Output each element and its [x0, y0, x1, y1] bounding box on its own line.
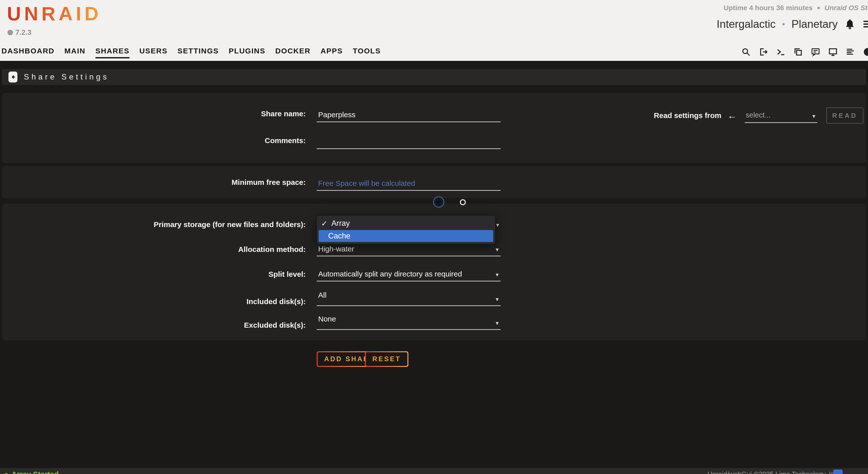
version-badge: 7.2.3 — [7, 28, 32, 36]
log-icon[interactable] — [846, 47, 855, 57]
remote-display-icon[interactable] — [828, 47, 838, 57]
footer: ● Array Started Unraid/webGui ©2025 Lime… — [0, 468, 868, 474]
checkmark-icon: ✓ — [321, 219, 328, 228]
search-icon[interactable] — [741, 47, 751, 57]
dropdown-arrow-icon: ▼ — [811, 114, 816, 119]
move-cursor-icon — [433, 196, 444, 208]
read-settings-group: Read settings from ← select... ▼ READ — [654, 107, 864, 124]
read-settings-label: Read settings from — [654, 111, 721, 120]
split-level-value: Automatically split any directory as req… — [318, 269, 462, 279]
array-status-text: Array Started — [11, 470, 59, 474]
included-disks-label: Included disk(s): — [2, 297, 306, 307]
dropdown-arrow-icon: ▼ — [495, 297, 500, 302]
split-level-select[interactable]: Automatically split any directory as req… — [317, 267, 501, 281]
nav-docker[interactable]: DOCKER — [275, 47, 310, 57]
dropdown-arrow-icon: ▼ — [495, 321, 500, 326]
dropdown-option-cache-label: Cache — [328, 232, 350, 240]
nav-main[interactable]: MAIN — [64, 47, 86, 57]
min-free-space-placeholder: Free Space will be calculated — [318, 178, 415, 188]
dropdown-option-array[interactable]: ✓ Array — [317, 217, 495, 230]
feedback-icon[interactable] — [811, 47, 820, 57]
array-status: ● Array Started — [4, 470, 59, 474]
notifications-bell-icon[interactable] — [844, 19, 856, 30]
reset-button-label: RESET — [366, 352, 407, 366]
logout-icon[interactable] — [758, 47, 768, 57]
allocation-method-label: Allocation method: — [2, 244, 306, 255]
page-title: Share Settings — [24, 72, 109, 81]
min-free-space-input[interactable]: Free Space will be calculated — [317, 176, 501, 191]
primary-storage-label: Primary storage (for new files and folde… — [2, 219, 306, 230]
excluded-disks-label: Excluded disk(s): — [2, 320, 306, 330]
os-edition: Unraid OS Starter — [825, 4, 868, 12]
comments-input[interactable] — [317, 134, 501, 149]
comments-label: Comments: — [2, 136, 306, 145]
version-dot-icon — [7, 30, 13, 35]
copy-icon[interactable] — [794, 47, 803, 57]
nav-dashboard[interactable]: DASHBOARD — [1, 47, 55, 57]
terminal-icon[interactable] — [776, 47, 785, 57]
primary-storage-dropdown-arrow-icon[interactable]: ▼ — [495, 223, 500, 228]
page-title-bar: Share Settings — [2, 69, 866, 85]
header: UNRAID 7.2.3 Uptime 4 hours 36 minutes •… — [0, 0, 868, 61]
nav-apps[interactable]: APPS — [320, 47, 343, 57]
reset-button[interactable]: RESET — [365, 351, 408, 367]
read-button[interactable]: READ — [826, 107, 864, 124]
server-identity: Intergalactic • Planetary — [717, 18, 868, 30]
share-name-label: Share name: — [2, 109, 306, 119]
primary-storage-dropdown-menu: ✓ Array Cache — [316, 215, 496, 244]
split-level-label: Split level: — [2, 269, 306, 279]
server-separator: • — [782, 20, 785, 29]
nav-shares[interactable]: SHARES — [95, 47, 129, 58]
menu-hamburger-icon[interactable] — [862, 19, 868, 30]
excluded-disks-value: None — [318, 314, 336, 324]
footer-chip[interactable] — [833, 470, 843, 474]
read-settings-select[interactable]: select... ▼ — [745, 108, 817, 123]
nav-tools[interactable]: TOOLS — [353, 47, 381, 57]
main-nav: DASHBOARD MAIN SHARES USERS SETTINGS PLU… — [1, 47, 381, 58]
cursor-ring-icon — [460, 199, 466, 205]
nav-plugins[interactable]: PLUGINS — [229, 47, 265, 57]
uptime-text: Uptime 4 hours 36 minutes — [723, 4, 812, 12]
dropdown-option-array-label: Array — [331, 219, 350, 228]
profile-icon[interactable] — [863, 47, 868, 57]
dropdown-option-cache[interactable]: Cache — [319, 230, 493, 242]
free-space-section: Minimum free space: Free Space will be c… — [2, 166, 866, 198]
nav-settings[interactable]: SETTINGS — [178, 47, 219, 57]
header-toolbar — [741, 47, 868, 57]
included-disks-value: All — [318, 290, 327, 300]
server-description: Planetary — [792, 18, 838, 30]
share-name-input[interactable]: Paperpless — [317, 107, 501, 122]
uptime-separator: • — [817, 3, 820, 13]
version-number: 7.2.3 — [16, 28, 32, 36]
back-icon[interactable] — [8, 72, 18, 82]
included-disks-select[interactable]: All ▼ — [317, 290, 501, 306]
share-identity-section: Share name: Paperpless Comments: Read se… — [2, 93, 866, 163]
arrow-left-icon: ← — [727, 112, 737, 119]
nav-users[interactable]: USERS — [140, 47, 167, 57]
unraid-logo[interactable]: UNRAID — [7, 2, 102, 25]
allocation-method-value: High-water — [318, 244, 354, 254]
status-dot-icon: ● — [4, 470, 8, 474]
uptime-line: Uptime 4 hours 36 minutes • Unraid OS St… — [723, 3, 868, 13]
dropdown-arrow-icon: ▼ — [495, 247, 500, 252]
server-name: Intergalactic — [717, 18, 776, 30]
storage-settings-section: Primary storage (for new files and folde… — [2, 204, 866, 340]
excluded-disks-select[interactable]: None ▼ — [317, 313, 501, 330]
share-name-value: Paperpless — [318, 110, 355, 120]
min-free-space-label: Minimum free space: — [2, 177, 306, 187]
dropdown-arrow-icon: ▼ — [495, 272, 500, 277]
copyright-text: Unraid/webGui ©2025 Lime Technology, Inc… — [707, 471, 840, 474]
read-settings-select-value: select... — [746, 111, 771, 119]
